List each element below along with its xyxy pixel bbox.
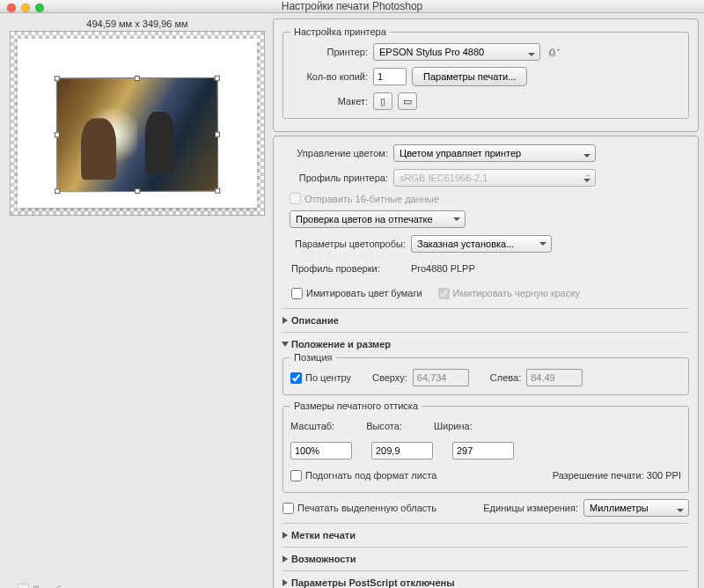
layout-portrait-icon[interactable]: ▯ [373,92,392,110]
print-selected-checkbox[interactable]: Печатать выделенную область [282,503,436,514]
softproof-select[interactable]: Проверка цветов на отпечатке [290,210,466,228]
left-input [526,369,583,386]
printer-profile-label: Профиль принтера: [282,173,388,183]
printer-setup-panel: Настройка принтера Принтер: EPSON Stylus… [273,18,699,132]
match-print-colors-checkbox[interactable]: Подобрать цвета для печати [18,584,262,588]
print-size-legend: Размеры печатного оттиска [290,401,422,411]
left-label: Слева: [490,372,521,383]
proof-profile-value: Pro4880 PLPP [411,263,475,274]
resize-handle[interactable] [135,76,140,81]
resize-handle[interactable] [215,76,220,81]
settings-panel: Управление цветом: Цветом управляет прин… [273,136,699,588]
printer-setup-legend: Настройка принтера [290,26,390,37]
position-legend: Позиция [290,352,336,363]
print-marks-section[interactable]: Метки печати [282,527,689,543]
disclosure-triangle-icon [282,342,289,347]
scale-label: Масштаб: [290,421,334,431]
resize-handle[interactable] [55,188,60,194]
layout-label: Макет: [290,96,368,107]
resize-handle[interactable] [55,132,60,137]
resize-handle[interactable] [135,188,140,194]
titlebar: Настройки печати Photoshop [0,0,704,13]
minimize-window-icon[interactable] [21,4,30,12]
copies-label: Кол-во копий: [290,71,368,82]
color-management-label: Управление цветом: [282,148,388,158]
image-bounds[interactable] [56,77,218,193]
height-input[interactable] [371,442,433,459]
resize-handle[interactable] [55,76,60,81]
close-window-icon[interactable] [7,4,16,12]
disclosure-triangle-icon [282,555,288,562]
disclosure-triangle-icon [282,317,288,324]
print-settings-window: Настройки печати Photoshop 494,59 мм x 3… [0,0,704,588]
description-section[interactable]: Описание [282,312,689,328]
proof-profile-label: Профиль проверки: [282,263,406,274]
copies-input[interactable] [373,68,407,85]
disclosure-triangle-icon [282,532,288,539]
printer-label: Принтер: [290,47,368,57]
simulate-ink-checkbox: Имитировать черную краску [438,288,580,299]
image-preview [57,78,217,192]
print-resolution-label: Разрешение печати: 300 PPI [553,470,681,481]
printer-settings-icon[interactable]: ⎙⁺ [546,43,565,61]
functions-section[interactable]: Возможности [282,551,689,567]
proof-params-label: Параметры цветопробы: [282,239,406,249]
disclosure-triangle-icon [282,579,288,586]
simulate-paper-checkbox[interactable]: Имитировать цвет бумаги [291,288,422,299]
top-input [413,369,469,386]
printer-select[interactable]: EPSON Stylus Pro 4880 [373,43,540,61]
send-16bit-checkbox: Отправить 16-битные данные [290,193,689,204]
proof-params-select[interactable]: Заказная установка... [411,235,552,253]
printer-profile-select: sRGB IEC61966-2.1 [393,169,596,187]
canvas-dimensions: 494,59 мм x 349,96 мм [5,18,269,29]
height-label: Высота: [366,421,402,431]
units-select[interactable]: Миллиметры [583,499,689,517]
center-checkbox[interactable]: По центру [290,372,351,384]
units-label: Единицы измерения: [483,503,578,513]
layout-landscape-icon[interactable]: ▭ [398,92,417,110]
resize-handle[interactable] [215,132,220,137]
width-input[interactable] [452,442,514,459]
position-size-section[interactable]: Положение и размер [282,336,689,352]
print-preview-canvas[interactable] [10,31,265,216]
print-parameters-button[interactable]: Параметры печати... [412,67,527,86]
fit-media-checkbox[interactable]: Подогнать под формат листа [290,470,436,481]
window-title: Настройки печати Photoshop [282,0,423,12]
width-label: Ширина: [434,421,473,431]
resize-handle[interactable] [215,188,220,194]
color-management-select[interactable]: Цветом управляет принтер [393,144,596,162]
paper-preview [18,39,257,208]
top-label: Сверху: [372,372,407,383]
scale-input[interactable] [290,442,352,459]
zoom-window-icon[interactable] [35,4,44,12]
window-controls [7,4,44,12]
postscript-section[interactable]: Параметры PostScript отключены [282,575,689,588]
